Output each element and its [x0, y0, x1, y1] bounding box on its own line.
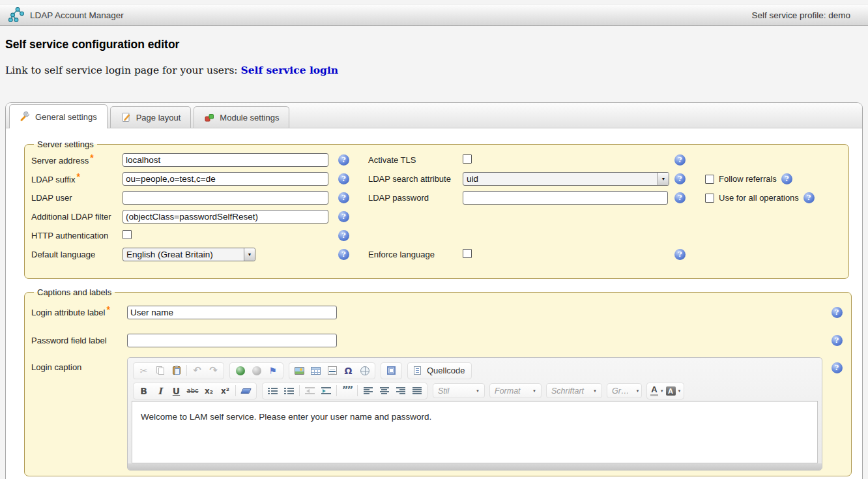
maximize-button[interactable] — [383, 363, 399, 379]
indent-button[interactable] — [318, 383, 334, 399]
help-icon[interactable]: ? — [338, 249, 349, 260]
server-address-input[interactable] — [123, 153, 328, 167]
blockquote-button[interactable]: ”” — [339, 383, 355, 399]
source-button[interactable]: Quellcode — [410, 363, 469, 379]
ldap-search-attribute-select[interactable]: uid ▼ — [463, 172, 669, 186]
insert-image-button[interactable] — [291, 363, 308, 379]
toolbar-separator — [357, 385, 358, 396]
bullet-list-button[interactable] — [281, 383, 297, 399]
indent-icon — [321, 387, 331, 395]
editor-bottom-bar — [128, 463, 822, 470]
additional-filter-input[interactable] — [123, 210, 328, 224]
chevron-down-icon[interactable]: ▼ — [658, 173, 669, 185]
ldap-suffix-input[interactable] — [123, 172, 328, 186]
password-field-label: Password field label — [31, 336, 127, 345]
http-auth-checkbox[interactable] — [123, 230, 132, 239]
enforce-language-label: Enforce language — [368, 250, 463, 259]
help-icon[interactable]: ? — [781, 173, 792, 184]
toolbar-separator — [336, 385, 337, 396]
font-dropdown[interactable]: Schriftart▼ — [546, 383, 602, 398]
help-icon[interactable]: ? — [338, 192, 349, 203]
copy-button[interactable] — [152, 363, 168, 379]
align-center-icon — [380, 387, 389, 394]
activate-tls-checkbox[interactable] — [463, 154, 472, 164]
tab-page-layout[interactable]: Page layout — [110, 106, 192, 128]
remove-format-button[interactable] — [238, 383, 254, 399]
image-icon — [295, 367, 304, 375]
paste-button[interactable] — [168, 363, 184, 379]
align-center-button[interactable] — [376, 383, 392, 399]
help-icon[interactable]: ? — [338, 154, 349, 166]
required-marker-icon: * — [76, 171, 80, 182]
outdent-button[interactable] — [302, 383, 318, 399]
italic-button[interactable]: I — [152, 383, 168, 399]
subscript-button[interactable]: x₂ — [201, 383, 217, 399]
captions-legend: Captions and labels — [34, 287, 115, 297]
link-button[interactable] — [232, 363, 248, 379]
cut-icon: ✂ — [140, 366, 148, 375]
unlink-icon — [252, 366, 261, 375]
password-field-input[interactable] — [127, 334, 337, 347]
bullet-list-icon — [284, 387, 294, 395]
tab-general-settings[interactable]: General settings — [9, 104, 108, 128]
numbered-list-button[interactable] — [265, 383, 281, 399]
iframe-button[interactable] — [356, 363, 373, 379]
ldap-suffix-label: LDAP suffix* — [31, 174, 123, 184]
horizontal-rule-button[interactable] — [324, 363, 340, 379]
superscript-button[interactable]: x² — [217, 383, 233, 399]
align-justify-button[interactable] — [409, 383, 425, 399]
insert-table-button[interactable] — [308, 363, 324, 379]
help-icon[interactable]: ? — [338, 173, 349, 184]
align-left-button[interactable] — [360, 383, 376, 399]
underline-button[interactable]: U — [168, 383, 184, 399]
ldap-user-label: LDAP user — [31, 193, 123, 203]
help-icon[interactable]: ? — [832, 362, 843, 373]
help-icon[interactable]: ? — [832, 335, 843, 346]
help-icon[interactable]: ? — [674, 249, 686, 260]
help-icon[interactable]: ? — [674, 192, 686, 203]
self-service-login-link[interactable]: Self service login — [241, 64, 339, 76]
horizontal-rule-icon — [328, 366, 337, 375]
table-icon — [311, 367, 321, 375]
font-size-dropdown[interactable]: Gr…▼ — [607, 383, 642, 398]
styles-dropdown[interactable]: Stil▼ — [433, 383, 485, 398]
special-char-button[interactable]: Ω — [340, 363, 356, 379]
follow-referrals-checkbox[interactable] — [705, 175, 714, 184]
login-attribute-label: Login attribute label* — [31, 307, 127, 317]
maximize-icon — [387, 366, 396, 375]
anchor-button[interactable]: ⚑ — [265, 363, 281, 379]
chevron-down-icon[interactable]: ▼ — [244, 248, 255, 261]
paragraph-group: ”” — [262, 383, 427, 399]
top-bar: LDAP Account Manager Self service profil… — [0, 4, 868, 26]
align-right-button[interactable] — [392, 383, 409, 399]
help-icon[interactable]: ? — [674, 154, 686, 166]
unlink-button[interactable] — [248, 363, 265, 379]
superscript-icon: x² — [221, 387, 229, 395]
help-icon[interactable]: ? — [338, 230, 349, 241]
format-dropdown[interactable]: Format▼ — [489, 383, 542, 398]
help-icon[interactable]: ? — [338, 211, 349, 222]
cut-button[interactable]: ✂ — [136, 363, 152, 379]
help-icon[interactable]: ? — [674, 173, 686, 184]
bold-button[interactable]: B — [136, 383, 152, 399]
ldap-user-input[interactable] — [123, 191, 328, 205]
strikethrough-button[interactable]: abc — [184, 383, 201, 399]
chevron-down-icon: ▼ — [476, 389, 480, 393]
align-justify-icon — [412, 387, 422, 394]
configuration-panel: General settings Page layout Module sett… — [5, 102, 863, 479]
help-icon[interactable]: ? — [803, 192, 815, 203]
login-attribute-input[interactable] — [127, 306, 337, 319]
ldap-password-input[interactable] — [463, 191, 668, 205]
enforce-language-checkbox[interactable] — [463, 249, 472, 258]
text-color-button[interactable]: A▼ — [649, 383, 665, 399]
redo-button[interactable]: ↷ — [205, 363, 222, 379]
undo-button[interactable]: ↶ — [189, 363, 205, 379]
bg-color-button[interactable]: A▼ — [665, 383, 682, 399]
help-icon[interactable]: ? — [832, 307, 843, 318]
strikethrough-icon: abc — [187, 388, 199, 394]
use-all-operations-checkbox[interactable] — [705, 194, 714, 203]
tab-module-settings[interactable]: Module settings — [194, 106, 289, 128]
source-button-label: Quellcode — [427, 366, 465, 375]
editor-content-area[interactable]: Welcome to LAM self service. Please ente… — [132, 401, 818, 463]
default-language-select[interactable]: English (Great Britain) ▼ — [123, 248, 255, 261]
